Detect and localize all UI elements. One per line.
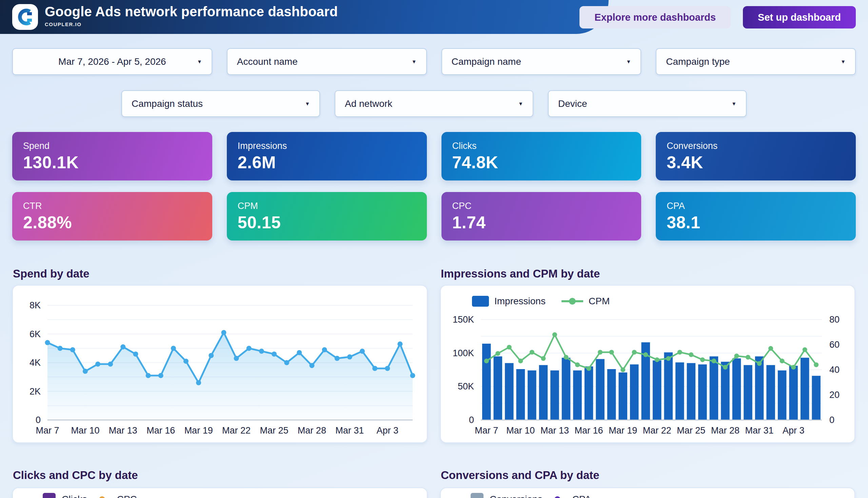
kpi-card-impressions: Impressions 2.6M bbox=[227, 132, 427, 181]
chevron-down-icon: ▼ bbox=[412, 59, 417, 64]
chevron-down-icon: ▼ bbox=[626, 59, 631, 64]
brand-label: COUPLER.IO bbox=[45, 21, 338, 27]
svg-text:Mar 28: Mar 28 bbox=[711, 425, 739, 436]
page-title: Google Ads network performance dashboard bbox=[45, 4, 338, 19]
conversions-cpa-chart-title: Conversions and CPA by date bbox=[441, 469, 599, 482]
svg-text:Mar 7: Mar 7 bbox=[475, 425, 498, 436]
svg-text:60: 60 bbox=[829, 340, 840, 350]
ad-network-filter[interactable]: Ad network ▼ bbox=[335, 90, 533, 117]
chevron-down-icon: ▼ bbox=[518, 101, 523, 106]
svg-text:100K: 100K bbox=[453, 348, 474, 358]
campaign-status-filter[interactable]: Campaign status ▼ bbox=[121, 90, 320, 117]
svg-text:Mar 10: Mar 10 bbox=[71, 425, 99, 436]
clicks-cpc-legend: Clicks CPC bbox=[43, 493, 427, 498]
svg-text:4K: 4K bbox=[29, 357, 41, 368]
kpi-value: 38.1 bbox=[667, 213, 856, 232]
header: Google Ads network performance dashboard… bbox=[0, 0, 868, 34]
kpi-card-cpa: CPA 38.1 bbox=[656, 192, 856, 240]
svg-text:Mar 16: Mar 16 bbox=[575, 425, 603, 436]
explore-dashboards-button[interactable]: Explore more dashboards bbox=[579, 6, 731, 28]
clicks-cpc-chart-canvas[interactable]: Clicks CPC bbox=[12, 487, 428, 498]
conversions-legend-swatch bbox=[471, 493, 483, 498]
chevron-down-icon: ▼ bbox=[731, 101, 736, 106]
kpi-row-2: CTR 2.88% CPM 50.15 CPC 1.74 CPA 38.1 bbox=[12, 192, 856, 240]
filters-row-1: Mar 7, 2026 - Apr 5, 2026 ▼ Account name… bbox=[12, 48, 856, 75]
kpi-card-conversions: Conversions 3.4K bbox=[656, 132, 856, 181]
svg-text:Apr 3: Apr 3 bbox=[783, 425, 805, 436]
svg-text:80: 80 bbox=[829, 314, 840, 325]
svg-text:0: 0 bbox=[469, 415, 474, 425]
svg-text:6K: 6K bbox=[29, 329, 41, 339]
kpi-value: 50.15 bbox=[238, 213, 427, 232]
svg-text:Mar 10: Mar 10 bbox=[506, 425, 535, 436]
kpi-card-cpc: CPC 1.74 bbox=[441, 192, 641, 240]
svg-text:Mar 25: Mar 25 bbox=[260, 425, 288, 436]
kpi-value: 74.8K bbox=[452, 153, 641, 172]
campaign-type-filter[interactable]: Campaign type ▼ bbox=[656, 48, 856, 75]
svg-text:Mar 19: Mar 19 bbox=[609, 425, 637, 436]
spend-chart-svg: 02K4K6K8KMar 7Mar 10Mar 13Mar 16Mar 19Ma… bbox=[13, 286, 427, 442]
spend-chart-title: Spend by date bbox=[13, 267, 90, 280]
conversions-cpa-legend: Conversions CPA bbox=[471, 493, 854, 498]
svg-text:0: 0 bbox=[829, 415, 834, 425]
svg-text:20: 20 bbox=[829, 390, 840, 400]
svg-text:Mar 28: Mar 28 bbox=[298, 425, 326, 436]
kpi-value: 1.74 bbox=[452, 213, 641, 232]
svg-text:40: 40 bbox=[829, 365, 840, 375]
chevron-down-icon: ▼ bbox=[841, 59, 846, 64]
setup-dashboard-button[interactable]: Set up dashboard bbox=[743, 6, 856, 28]
svg-text:Mar 31: Mar 31 bbox=[745, 425, 774, 436]
svg-text:8K: 8K bbox=[29, 300, 41, 311]
clicks-cpc-chart-title: Clicks and CPC by date bbox=[13, 469, 138, 482]
svg-text:Apr 3: Apr 3 bbox=[376, 425, 398, 436]
chevron-down-icon: ▼ bbox=[197, 59, 202, 64]
date-range-value: Mar 7, 2026 - Apr 5, 2026 bbox=[58, 56, 166, 67]
clicks-legend-swatch bbox=[43, 493, 56, 498]
impressions-cpm-chart-canvas[interactable]: 050K100K150K020406080Mar 7Mar 10Mar 13Ma… bbox=[440, 285, 855, 443]
account-name-filter[interactable]: Account name ▼ bbox=[227, 48, 427, 75]
kpi-card-ctr: CTR 2.88% bbox=[12, 192, 212, 240]
svg-text:Mar 16: Mar 16 bbox=[146, 425, 175, 436]
date-range-filter[interactable]: Mar 7, 2026 - Apr 5, 2026 ▼ bbox=[12, 48, 212, 75]
kpi-value: 130.1K bbox=[23, 153, 212, 172]
campaign-name-filter[interactable]: Campaign name ▼ bbox=[441, 48, 641, 75]
kpi-card-spend: Spend 130.1K bbox=[12, 132, 212, 181]
impressions-cpm-chart-svg: 050K100K150K020406080Mar 7Mar 10Mar 13Ma… bbox=[441, 286, 854, 442]
svg-text:Mar 31: Mar 31 bbox=[335, 425, 364, 436]
kpi-value: 2.88% bbox=[23, 213, 212, 232]
dashboard-page: { "theme": { "page_background": "#e3eefa… bbox=[0, 0, 868, 498]
filters-row-2: Campaign status ▼ Ad network ▼ Device ▼ bbox=[0, 90, 868, 117]
svg-text:Mar 22: Mar 22 bbox=[643, 425, 671, 436]
svg-text:Mar 19: Mar 19 bbox=[185, 425, 213, 436]
kpi-value: 3.4K bbox=[667, 153, 856, 172]
impressions-cpm-chart-title: Impressions and CPM by date bbox=[441, 267, 600, 280]
kpi-value: 2.6M bbox=[238, 153, 427, 172]
svg-text:150K: 150K bbox=[453, 314, 474, 325]
conversions-cpa-chart-canvas[interactable]: Conversions CPA bbox=[440, 487, 855, 498]
svg-text:Mar 7: Mar 7 bbox=[36, 425, 59, 436]
svg-text:2K: 2K bbox=[29, 386, 41, 396]
svg-text:Mar 13: Mar 13 bbox=[540, 425, 569, 436]
svg-text:Impressions: Impressions bbox=[494, 296, 546, 306]
svg-text:Mar 22: Mar 22 bbox=[222, 425, 251, 436]
svg-text:50K: 50K bbox=[458, 381, 474, 392]
svg-text:Mar 25: Mar 25 bbox=[677, 425, 705, 436]
kpi-card-clicks: Clicks 74.8K bbox=[441, 132, 641, 181]
kpi-card-cpm: CPM 50.15 bbox=[227, 192, 427, 240]
chevron-down-icon: ▼ bbox=[305, 101, 310, 106]
coupler-logo-icon bbox=[12, 4, 38, 30]
spend-chart-canvas[interactable]: 02K4K6K8KMar 7Mar 10Mar 13Mar 16Mar 19Ma… bbox=[12, 285, 428, 443]
svg-text:CPM: CPM bbox=[589, 296, 610, 306]
device-filter[interactable]: Device ▼ bbox=[548, 90, 747, 117]
svg-text:0: 0 bbox=[36, 415, 41, 425]
svg-text:Mar 13: Mar 13 bbox=[109, 425, 137, 436]
kpi-row-1: Spend 130.1K Impressions 2.6M Clicks 74.… bbox=[12, 132, 856, 181]
